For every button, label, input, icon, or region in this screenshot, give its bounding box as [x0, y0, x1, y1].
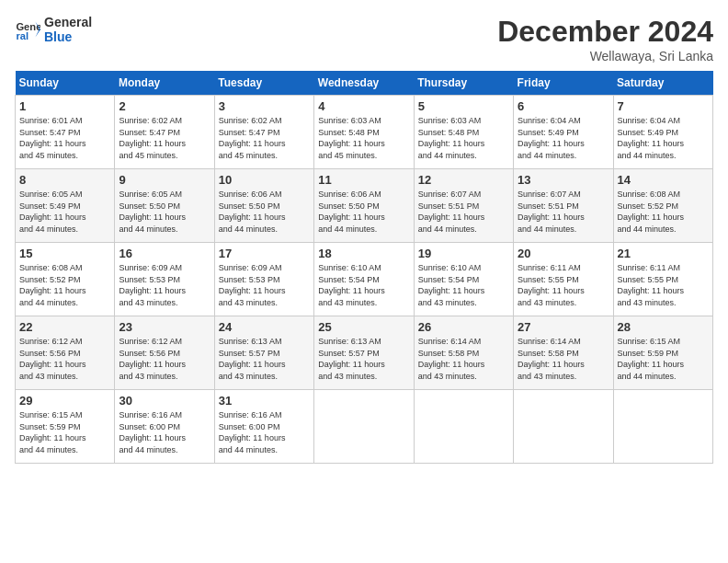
weekday-header-saturday: Saturday — [613, 71, 712, 96]
calendar-cell: 18Sunrise: 6:10 AM Sunset: 5:54 PM Dayli… — [314, 243, 414, 316]
day-number: 11 — [318, 173, 409, 187]
calendar-cell — [314, 390, 414, 464]
day-number: 29 — [19, 394, 110, 408]
calendar-cell: 23Sunrise: 6:12 AM Sunset: 5:56 PM Dayli… — [115, 316, 214, 390]
day-number: 7 — [618, 99, 709, 113]
day-number: 21 — [618, 247, 709, 260]
day-number: 4 — [318, 99, 409, 113]
svg-text:ral: ral — [16, 30, 28, 41]
calendar-cell: 10Sunrise: 6:06 AM Sunset: 5:50 PM Dayli… — [214, 169, 313, 243]
day-info: Sunrise: 6:13 AM Sunset: 5:57 PM Dayligh… — [219, 336, 310, 382]
day-number: 23 — [119, 320, 210, 334]
day-number: 10 — [219, 173, 310, 187]
day-number: 20 — [518, 247, 609, 260]
day-number: 14 — [618, 173, 709, 187]
day-info: Sunrise: 6:09 AM Sunset: 5:53 PM Dayligh… — [119, 262, 210, 308]
logo-line1: General — [44, 15, 92, 29]
day-info: Sunrise: 6:08 AM Sunset: 5:52 PM Dayligh… — [618, 189, 709, 235]
day-number: 1 — [19, 99, 110, 113]
day-info: Sunrise: 6:07 AM Sunset: 5:51 PM Dayligh… — [418, 189, 509, 235]
day-info: Sunrise: 6:11 AM Sunset: 5:55 PM Dayligh… — [518, 262, 609, 308]
page-header: Gene ral General Blue December 2024 Well… — [15, 15, 713, 63]
weekday-header-friday: Friday — [514, 71, 613, 96]
calendar-cell: 26Sunrise: 6:14 AM Sunset: 5:58 PM Dayli… — [414, 316, 513, 390]
day-number: 9 — [119, 173, 210, 187]
day-info: Sunrise: 6:14 AM Sunset: 5:58 PM Dayligh… — [518, 336, 609, 382]
day-info: Sunrise: 6:13 AM Sunset: 5:57 PM Dayligh… — [318, 336, 409, 382]
day-info: Sunrise: 6:04 AM Sunset: 5:49 PM Dayligh… — [618, 115, 709, 161]
calendar-week-2: 8Sunrise: 6:05 AM Sunset: 5:49 PM Daylig… — [16, 169, 713, 243]
day-number: 25 — [318, 320, 409, 334]
day-number: 12 — [418, 173, 509, 187]
day-info: Sunrise: 6:10 AM Sunset: 5:54 PM Dayligh… — [418, 262, 509, 308]
calendar-cell — [414, 390, 513, 464]
day-info: Sunrise: 6:06 AM Sunset: 5:50 PM Dayligh… — [318, 189, 409, 235]
day-number: 26 — [418, 320, 509, 334]
calendar-cell: 14Sunrise: 6:08 AM Sunset: 5:52 PM Dayli… — [613, 169, 712, 243]
logo-line2: Blue — [44, 29, 92, 44]
calendar-cell: 30Sunrise: 6:16 AM Sunset: 6:00 PM Dayli… — [115, 390, 214, 464]
day-number: 27 — [518, 320, 609, 334]
day-info: Sunrise: 6:16 AM Sunset: 6:00 PM Dayligh… — [119, 409, 210, 455]
day-info: Sunrise: 6:14 AM Sunset: 5:58 PM Dayligh… — [418, 336, 509, 382]
day-number: 3 — [219, 99, 310, 113]
calendar-cell — [613, 390, 712, 464]
calendar-cell: 15Sunrise: 6:08 AM Sunset: 5:52 PM Dayli… — [16, 243, 115, 316]
calendar-cell: 5Sunrise: 6:03 AM Sunset: 5:48 PM Daylig… — [414, 96, 513, 169]
title-block: December 2024 Wellawaya, Sri Lanka — [497, 15, 713, 63]
day-info: Sunrise: 6:04 AM Sunset: 5:49 PM Dayligh… — [518, 115, 609, 161]
calendar-cell: 29Sunrise: 6:15 AM Sunset: 5:59 PM Dayli… — [16, 390, 115, 464]
day-info: Sunrise: 6:02 AM Sunset: 5:47 PM Dayligh… — [119, 115, 210, 161]
calendar-cell: 16Sunrise: 6:09 AM Sunset: 5:53 PM Dayli… — [115, 243, 214, 316]
calendar-cell: 2Sunrise: 6:02 AM Sunset: 5:47 PM Daylig… — [115, 96, 214, 169]
day-number: 13 — [518, 173, 609, 187]
day-info: Sunrise: 6:08 AM Sunset: 5:52 PM Dayligh… — [19, 262, 110, 308]
calendar-cell: 20Sunrise: 6:11 AM Sunset: 5:55 PM Dayli… — [514, 243, 613, 316]
day-info: Sunrise: 6:09 AM Sunset: 5:53 PM Dayligh… — [219, 262, 310, 308]
calendar-cell: 27Sunrise: 6:14 AM Sunset: 5:58 PM Dayli… — [514, 316, 613, 390]
day-number: 30 — [119, 394, 210, 408]
calendar-cell — [514, 390, 613, 464]
day-info: Sunrise: 6:11 AM Sunset: 5:55 PM Dayligh… — [618, 262, 709, 308]
day-info: Sunrise: 6:15 AM Sunset: 5:59 PM Dayligh… — [19, 409, 110, 455]
calendar-cell: 11Sunrise: 6:06 AM Sunset: 5:50 PM Dayli… — [314, 169, 414, 243]
day-info: Sunrise: 6:05 AM Sunset: 5:49 PM Dayligh… — [19, 189, 110, 235]
day-number: 5 — [418, 99, 509, 113]
calendar-cell: 24Sunrise: 6:13 AM Sunset: 5:57 PM Dayli… — [214, 316, 313, 390]
calendar-week-3: 15Sunrise: 6:08 AM Sunset: 5:52 PM Dayli… — [16, 243, 713, 316]
day-number: 28 — [618, 320, 709, 334]
day-info: Sunrise: 6:02 AM Sunset: 5:47 PM Dayligh… — [219, 115, 310, 161]
day-number: 16 — [119, 247, 210, 260]
calendar-cell: 7Sunrise: 6:04 AM Sunset: 5:49 PM Daylig… — [613, 96, 712, 169]
day-info: Sunrise: 6:03 AM Sunset: 5:48 PM Dayligh… — [318, 115, 409, 161]
calendar-header-row: SundayMondayTuesdayWednesdayThursdayFrid… — [16, 71, 713, 96]
calendar-table: SundayMondayTuesdayWednesdayThursdayFrid… — [15, 71, 713, 464]
day-info: Sunrise: 6:03 AM Sunset: 5:48 PM Dayligh… — [418, 115, 509, 161]
calendar-cell: 28Sunrise: 6:15 AM Sunset: 5:59 PM Dayli… — [613, 316, 712, 390]
day-number: 15 — [19, 247, 110, 260]
day-number: 18 — [318, 247, 409, 260]
weekday-header-thursday: Thursday — [414, 71, 513, 96]
logo-icon: Gene ral — [15, 17, 40, 42]
calendar-cell: 3Sunrise: 6:02 AM Sunset: 5:47 PM Daylig… — [214, 96, 313, 169]
calendar-cell: 25Sunrise: 6:13 AM Sunset: 5:57 PM Dayli… — [314, 316, 414, 390]
day-number: 22 — [19, 320, 110, 334]
calendar-cell: 6Sunrise: 6:04 AM Sunset: 5:49 PM Daylig… — [514, 96, 613, 169]
calendar-cell: 12Sunrise: 6:07 AM Sunset: 5:51 PM Dayli… — [414, 169, 513, 243]
calendar-body: 1Sunrise: 6:01 AM Sunset: 5:47 PM Daylig… — [16, 96, 713, 464]
calendar-cell: 4Sunrise: 6:03 AM Sunset: 5:48 PM Daylig… — [314, 96, 414, 169]
day-info: Sunrise: 6:10 AM Sunset: 5:54 PM Dayligh… — [318, 262, 409, 308]
day-info: Sunrise: 6:06 AM Sunset: 5:50 PM Dayligh… — [219, 189, 310, 235]
day-number: 6 — [518, 99, 609, 113]
weekday-header-sunday: Sunday — [16, 71, 115, 96]
weekday-header-tuesday: Tuesday — [214, 71, 313, 96]
calendar-week-5: 29Sunrise: 6:15 AM Sunset: 5:59 PM Dayli… — [16, 390, 713, 464]
day-info: Sunrise: 6:15 AM Sunset: 5:59 PM Dayligh… — [618, 336, 709, 382]
day-info: Sunrise: 6:01 AM Sunset: 5:47 PM Dayligh… — [19, 115, 110, 161]
day-number: 24 — [219, 320, 310, 334]
calendar-cell: 8Sunrise: 6:05 AM Sunset: 5:49 PM Daylig… — [16, 169, 115, 243]
calendar-cell: 13Sunrise: 6:07 AM Sunset: 5:51 PM Dayli… — [514, 169, 613, 243]
day-number: 8 — [19, 173, 110, 187]
day-number: 31 — [219, 394, 310, 408]
day-info: Sunrise: 6:05 AM Sunset: 5:50 PM Dayligh… — [119, 189, 210, 235]
